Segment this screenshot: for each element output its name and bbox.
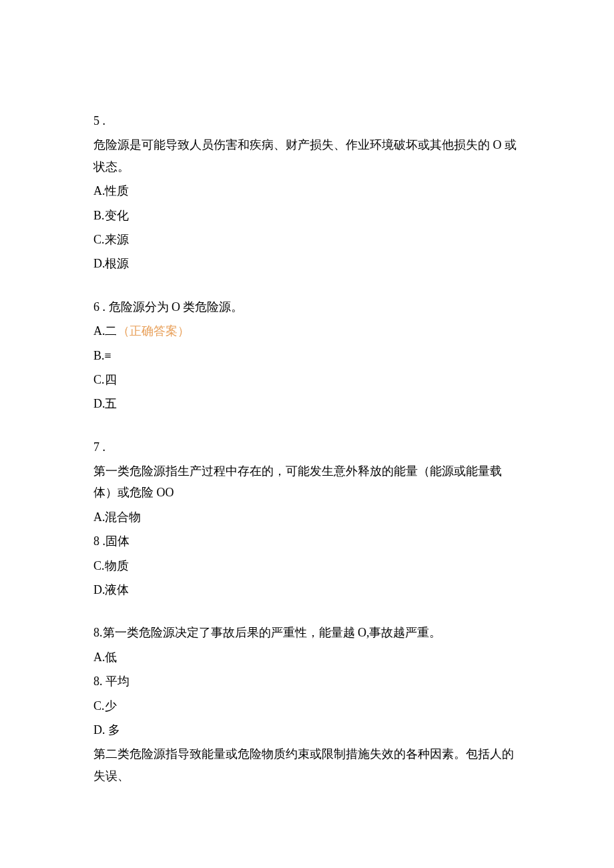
question-number: 7 . [93,436,521,458]
option-label: C.四 [93,373,117,386]
trailing-paragraph: 第二类危险源指导致能量或危险物质约束或限制措施失效的各种因素。包括人的失误、 [93,743,521,787]
question-6: 6 . 危险源分为 O 类危险源。 A.二（正确答案） B.≡ C.四 D.五 [93,296,521,415]
option-label: B.≡ [93,349,111,362]
question-stem: 第一类危险源指生产过程中存在的，可能发生意外释放的能量（能源或能量载体）或危险 … [93,460,521,504]
question-8: 8.第一类危险源决定了事故后果的严重性，能量越 O,事故越严重。 A.低 8. … [93,622,521,787]
option-label: B.变化 [93,209,129,222]
option-c: C.四 [93,369,521,390]
option-a: A.性质 [93,180,521,201]
option-label: A.二 [93,324,117,338]
option-label: C.物质 [93,559,129,572]
option-c: C.少 [93,695,521,717]
question-number: 8.第一类危险源决定了事故后果的严重性，能量越 O,事故越严重。 [93,622,521,643]
question-5: 5 . 危险源是可能导致人员伤害和疾病、财产损失、作业环境破坏或其他损失的 O … [93,110,521,275]
option-label: A.性质 [93,184,129,197]
option-label: A.低 [93,650,117,664]
option-b: B.变化 [93,205,521,226]
option-d: D. 多 [93,719,521,741]
option-b: 8. 平均 [93,671,521,692]
question-stem: 危险源是可能导致人员伤害和疾病、财产损失、作业环境破坏或其他损失的 O 或状态。 [93,134,521,177]
correct-answer-annotation: （正确答案） [117,324,190,338]
option-a: A.二（正确答案） [93,320,521,342]
document-body: 5 . 危险源是可能导致人员伤害和疾病、财产损失、作业环境破坏或其他损失的 O … [93,110,521,787]
option-c: C.物质 [93,555,521,576]
option-b: B.≡ [93,345,521,366]
option-label: C.少 [93,699,117,713]
option-d: D.液体 [93,579,521,600]
option-label: D.液体 [93,583,129,596]
option-d: D.根源 [93,253,521,274]
option-label: 8 .固体 [93,534,129,548]
option-b: 8 .固体 [93,530,521,552]
option-label: D. 多 [93,723,120,737]
option-label: 8. 平均 [93,675,129,688]
option-d: D.五 [93,393,521,414]
option-label: A.混合物 [93,510,141,524]
option-a: A.低 [93,646,521,668]
option-label: C.来源 [93,233,129,246]
question-7: 7 . 第一类危险源指生产过程中存在的，可能发生意外释放的能量（能源或能量载体）… [93,436,521,601]
question-number: 5 . [93,110,521,131]
option-c: C.来源 [93,229,521,250]
option-label: D.根源 [93,257,129,270]
question-number: 6 . 危险源分为 O 类危险源。 [93,296,521,318]
option-a: A.混合物 [93,506,521,528]
option-label: D.五 [93,397,117,410]
